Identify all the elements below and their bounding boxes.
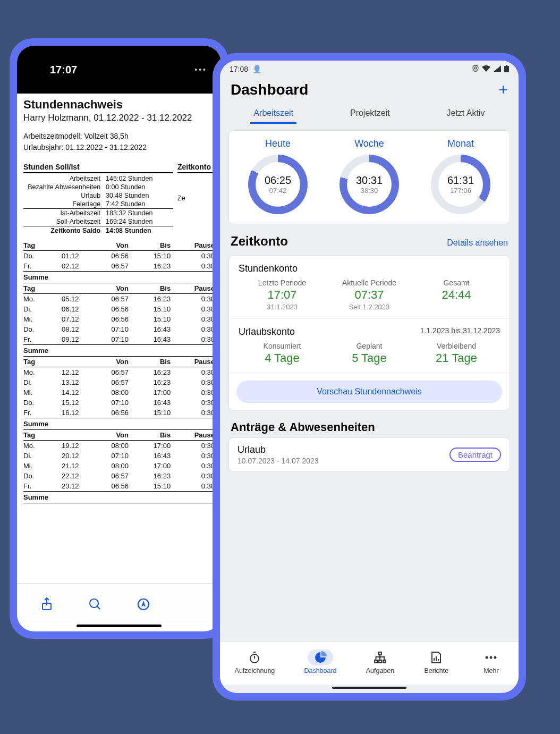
tab-projektzeit[interactable]: Projektzeit — [347, 104, 393, 124]
file-icon — [423, 649, 449, 665]
svg-rect-8 — [375, 660, 377, 663]
requests-heading: Anträge & Abwesenheiten — [231, 420, 508, 434]
gauge-ring: 06:25 07:42 — [248, 155, 308, 214]
svg-rect-7 — [378, 652, 381, 655]
gauge-value: 06:25 — [265, 174, 291, 187]
gauge-title: Monat — [431, 138, 490, 149]
report-subtitle: Harry Holzmann, 01.12.2022 - 31.12.2022 — [23, 113, 215, 123]
day-row: Di.20.1207:1016:430:30 — [23, 451, 215, 461]
report-meta: Arbeitszeitmodell: Vollzeit 38,5h Urlaub… — [23, 131, 215, 153]
preview-button[interactable]: Vorschau Stundennachweis — [236, 381, 502, 403]
soll-row: Soll-Arbeitszeit169:24 Stunden — [23, 217, 173, 226]
soll-row: Ist-Arbeitszeit183:32 Stunden — [23, 209, 173, 218]
location-icon — [472, 65, 479, 74]
nav-berichte[interactable]: Berichte — [423, 649, 449, 674]
week-table: TagVonBisPauseMo.12.1206:5716:230:30Di.1… — [23, 357, 215, 430]
android-status-bar: 17:08 👤 — [220, 61, 519, 75]
soll-row: Arbeitszeit145:02 Stunden — [23, 174, 173, 183]
report-document: Stundennachweis Harry Holzmann, 01.12.20… — [17, 94, 221, 583]
urlaubskonto-zone: Urlaubskonto 1.1.2023 bis 31.12.2023 Kon… — [229, 319, 510, 373]
nav-mehr[interactable]: Mehr — [478, 649, 504, 674]
phone-ios: 17:07 ••• Stundennachweis Harry Holzmann… — [10, 38, 228, 639]
user-icon: 👤 — [250, 65, 261, 73]
marker-icon[interactable] — [135, 596, 151, 612]
summe-row: Summe — [23, 272, 215, 283]
summe-row: Summe — [23, 492, 215, 503]
gauge-target: 177:06 — [450, 187, 471, 195]
day-row: Fr.09.1207:1016:430:30 — [23, 334, 215, 345]
tab-jetzt-aktiv[interactable]: Jetzt Aktiv — [444, 104, 488, 124]
phone-ios-screen: 17:07 ••• Stundennachweis Harry Holzmann… — [17, 46, 221, 631]
request-card[interactable]: Urlaub 10.07.2023 - 14.07.2023 Beantragt — [228, 437, 510, 472]
report-model: Arbeitszeitmodell: Vollzeit 38,5h — [23, 131, 215, 142]
battery-icon — [504, 65, 509, 74]
nav-aufzeichnung[interactable]: Aufzeichnung — [235, 649, 275, 674]
urlaubskonto-title: Urlaubskonto 1.1.2023 bis 31.12.2023 — [239, 326, 500, 338]
details-link[interactable]: Details ansehen — [447, 238, 508, 248]
gauge-monat[interactable]: Monat 61:31 177:06 — [431, 138, 490, 214]
gauge-target: 38:30 — [361, 187, 378, 195]
nav-label: Aufgaben — [366, 667, 395, 674]
week-table: TagVonBisPauseDo.01.1206:5615:100:30Fr.0… — [23, 240, 215, 283]
gauges-card: Heute 06:25 07:42 Woche 30:31 38:30 Mona… — [228, 130, 510, 224]
week-table: TagVonBisPauseMo.19.1208:0017:000:30Di.2… — [23, 430, 215, 503]
week-table: TagVonBisPauseMo.05.1206:5716:230:30Di.0… — [23, 283, 215, 357]
status-badge: Beantragt — [449, 448, 501, 462]
zeitkonto-title: Zeitkonto — [231, 234, 288, 249]
day-row: Mi.21.1208:0017:000:30 — [23, 461, 215, 471]
stunden-col: Gesamt24:44 — [413, 279, 500, 311]
summe-row: Summe — [23, 418, 215, 430]
ios-status-bar: 17:07 ••• — [17, 46, 221, 94]
tree-icon — [367, 649, 393, 665]
search-icon[interactable] — [87, 596, 103, 612]
page-header: Dashboard + — [220, 75, 519, 102]
status-dots-icon: ••• — [194, 65, 210, 74]
add-button[interactable]: + — [498, 81, 508, 99]
gauge-woche[interactable]: Woche 30:31 38:30 — [340, 138, 399, 214]
dashboard-content: Heute 06:25 07:42 Woche 30:31 38:30 Mona… — [220, 124, 519, 641]
gauge-target: 07:42 — [269, 187, 287, 195]
chart-icon — [308, 649, 333, 665]
day-row: Mo.19.1208:0017:000:30 — [23, 441, 215, 451]
nav-aufgaben[interactable]: Aufgaben — [366, 649, 395, 674]
urlaub-col: Geplant5 Tage — [326, 342, 413, 365]
nav-dashboard[interactable]: Dashboard — [304, 649, 336, 674]
summe-row: Summe — [23, 345, 215, 357]
soll-row: Bezahlte Abwesenheiten0:00 Stunden — [23, 183, 173, 191]
day-row: Di.13.1206:5716:230:30 — [23, 377, 215, 387]
wifi-icon — [482, 65, 490, 73]
day-row: Mo.05.1206:5716:230:30 — [23, 294, 215, 305]
gauge-heute[interactable]: Heute 06:25 07:42 — [248, 138, 308, 214]
request-title: Urlaub — [237, 444, 319, 455]
gauge-value: 61:31 — [447, 174, 474, 187]
svg-rect-10 — [383, 660, 386, 663]
day-row: Fr.02.1206:5716:230:30 — [23, 261, 215, 272]
urlaub-col: Verbleibend21 Tage — [413, 342, 500, 365]
zeitkonto-side-label: Ze — [177, 174, 215, 202]
svg-point-11 — [486, 656, 488, 659]
day-row: Di.06.1206:5615:100:30 — [23, 304, 215, 314]
urlaub-range: 1.1.2023 bis 31.12.2023 — [420, 326, 500, 335]
stopwatch-icon — [242, 649, 267, 665]
soll-row: Zeitkonto Saldo14:08 Stunden — [23, 226, 173, 235]
day-row: Fr.23.1206:5615:100:30 — [23, 481, 215, 492]
phone-android: 17:08 👤 Dashboard + Ar — [213, 53, 526, 701]
svg-point-12 — [490, 656, 493, 659]
android-home-indicator[interactable] — [332, 687, 406, 689]
svg-point-3 — [474, 67, 477, 69]
soll-section-header-row: Stunden Soll/Ist Arbeitszeit145:02 Stund… — [23, 163, 215, 240]
zeitkonto-section-header: Zeitkonto Details ansehen — [231, 234, 508, 249]
day-row: Mo.12.1206:5716:230:30 — [23, 367, 215, 378]
day-row: Do.01.1206:5615:100:30 — [23, 251, 215, 261]
tab-bar: ArbeitszeitProjektzeitJetzt Aktiv — [220, 102, 519, 124]
zeitkonto-heading: Zeitkonto — [177, 163, 215, 173]
nav-label: Dashboard — [304, 667, 336, 674]
tab-arbeitszeit[interactable]: Arbeitszeit — [250, 104, 296, 124]
day-table-container: TagVonBisPauseDo.01.1206:5615:100:30Fr.0… — [23, 240, 215, 503]
svg-rect-9 — [379, 660, 381, 663]
signal-icon — [494, 65, 501, 73]
phone-android-screen: 17:08 👤 Dashboard + Ar — [220, 61, 519, 693]
nav-label: Berichte — [423, 667, 449, 674]
share-icon[interactable] — [39, 596, 55, 612]
ios-home-indicator[interactable] — [77, 625, 162, 627]
